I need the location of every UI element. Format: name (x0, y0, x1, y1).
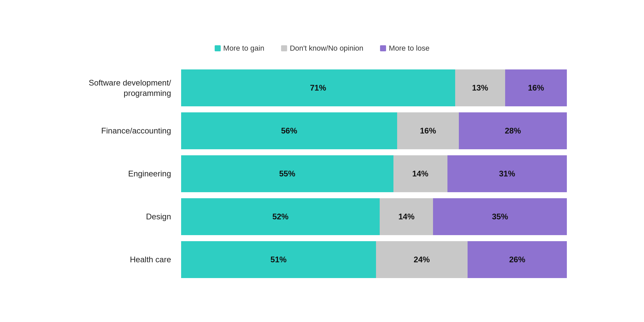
lose-segment: 16% (505, 69, 567, 106)
gain-segment: 56% (181, 112, 397, 149)
lose-swatch (380, 45, 386, 51)
dontknow-segment: 14% (393, 155, 447, 192)
chart-row: Design52%14%35% (77, 198, 567, 235)
legend: More to gainDon't know/No opinionMore to… (77, 44, 567, 53)
bar-group: 52%14%35% (181, 198, 567, 235)
gain-segment: 71% (181, 69, 455, 106)
bar-group: 55%14%31% (181, 155, 567, 192)
legend-item: More to gain (215, 44, 264, 53)
chart-row: Engineering55%14%31% (77, 155, 567, 192)
legend-label: More to lose (389, 44, 429, 53)
dontknow-segment: 13% (455, 69, 505, 106)
chart-row: Finance/accounting56%16%28% (77, 112, 567, 149)
lose-segment: 35% (433, 198, 567, 235)
gain-swatch (215, 45, 221, 51)
legend-item: More to lose (380, 44, 429, 53)
dontknow-segment: 24% (376, 241, 468, 278)
legend-label: Don't know/No opinion (290, 44, 363, 53)
row-label: Finance/accounting (77, 125, 181, 136)
row-label: Engineering (77, 168, 181, 179)
chart-row: Software development/programming71%13%16… (77, 69, 567, 106)
chart-row: Health care51%24%26% (77, 241, 567, 278)
dontknow-segment: 14% (380, 198, 433, 235)
lose-segment: 26% (468, 241, 567, 278)
bar-group: 51%24%26% (181, 241, 567, 278)
legend-item: Don't know/No opinion (281, 44, 363, 53)
chart-container: More to gainDon't know/No opinionMore to… (57, 31, 587, 291)
bar-group: 56%16%28% (181, 112, 567, 149)
row-label: Software development/programming (77, 77, 181, 98)
dontknow-segment: 16% (397, 112, 459, 149)
row-label: Design (77, 211, 181, 222)
bar-group: 71%13%16% (181, 69, 567, 106)
legend-label: More to gain (223, 44, 264, 53)
gain-segment: 52% (181, 198, 380, 235)
lose-segment: 31% (447, 155, 567, 192)
dontknow-swatch (281, 45, 287, 51)
lose-segment: 28% (459, 112, 567, 149)
gain-segment: 51% (181, 241, 376, 278)
rows: Software development/programming71%13%16… (77, 69, 567, 278)
row-label: Health care (77, 254, 181, 265)
gain-segment: 55% (181, 155, 393, 192)
